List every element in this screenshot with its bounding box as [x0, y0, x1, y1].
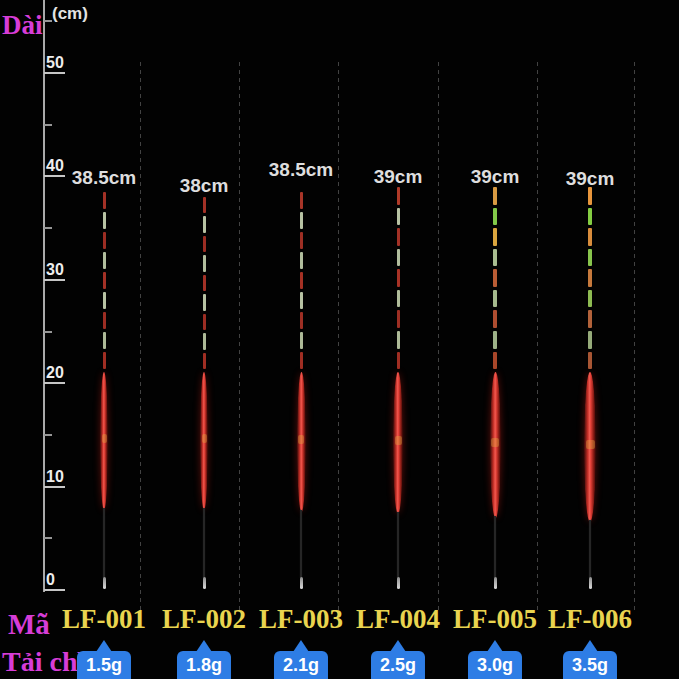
weight-bubble: 3.0g	[468, 640, 522, 679]
float-keel-stem	[203, 508, 205, 578]
antenna-segment	[493, 208, 497, 226]
float-keel-stem	[103, 508, 105, 578]
ruler-tick-label: 20	[46, 364, 64, 381]
float-keel-tip	[103, 577, 106, 589]
ruler-tick	[44, 72, 65, 74]
ruler-tick	[44, 279, 65, 281]
float-keel-tip	[397, 577, 400, 589]
antenna-segment	[203, 275, 206, 291]
float-keel-tip	[300, 577, 303, 589]
ruler-tick	[44, 175, 65, 177]
dashed-separator-line	[338, 62, 339, 610]
antenna-segment	[493, 352, 497, 370]
antenna-segment	[493, 331, 497, 349]
product-code-label: LF-005	[453, 604, 537, 635]
antenna-segment	[103, 252, 106, 269]
antenna-segment	[588, 290, 592, 308]
antenna-segment	[588, 310, 592, 328]
antenna-segment	[203, 216, 206, 232]
antenna-segment	[203, 333, 206, 349]
antenna-segment	[203, 197, 206, 213]
antenna-segment	[397, 310, 400, 328]
dashed-separator-line	[140, 62, 141, 610]
axis-side-label: Dài	[2, 10, 43, 41]
ruler-tick	[44, 434, 52, 436]
float-antenna	[397, 187, 400, 372]
weight-bubble: 3.5g	[563, 640, 617, 679]
dashed-separator-line	[438, 62, 439, 610]
ruler-tick-label: 10	[46, 468, 64, 485]
antenna-segment	[588, 208, 592, 226]
antenna-segment	[300, 332, 303, 349]
ruler-tick	[44, 227, 52, 229]
weight-bubble-value: 2.1g	[274, 651, 328, 679]
antenna-segment	[588, 352, 592, 370]
antenna-segment	[300, 252, 303, 269]
float-keel-stem	[397, 512, 399, 578]
float-length-label: 38.5cm	[72, 167, 136, 189]
antenna-segment	[588, 228, 592, 246]
antenna-segment	[300, 272, 303, 289]
antenna-segment	[103, 212, 106, 229]
product-measurement-canvas: Dài (cm) 50403020100 38.5cm38cm38.5cm39c…	[0, 0, 679, 679]
antenna-segment	[203, 236, 206, 252]
weight-bubble-value: 1.8g	[177, 651, 231, 679]
float-antenna	[588, 187, 592, 372]
antenna-segment	[300, 352, 303, 369]
product-code-label: LF-001	[62, 604, 146, 635]
product-code-label: LF-004	[356, 604, 440, 635]
antenna-segment	[397, 331, 400, 349]
antenna-segment	[397, 228, 400, 246]
antenna-segment	[103, 192, 106, 209]
antenna-segment	[300, 312, 303, 329]
ruler-tick	[44, 331, 52, 333]
antenna-segment	[588, 269, 592, 287]
antenna-segment	[588, 249, 592, 267]
float-keel-stem	[300, 510, 302, 578]
antenna-segment	[300, 192, 303, 209]
ruler-axis-line	[43, 0, 45, 592]
weight-row-label: Tải chì	[2, 646, 85, 678]
antenna-segment	[588, 187, 592, 205]
weight-bubble-value: 2.5g	[371, 651, 425, 679]
antenna-segment	[493, 249, 497, 267]
weight-bubble: 2.5g	[371, 640, 425, 679]
float-antenna	[300, 192, 303, 372]
float-antenna	[493, 187, 497, 372]
ruler-tick	[44, 486, 65, 488]
float-keel-tip	[203, 577, 206, 589]
antenna-segment	[300, 292, 303, 309]
antenna-segment	[397, 208, 400, 226]
float-antenna	[203, 197, 206, 372]
float-body-gold-mark	[298, 435, 304, 444]
float-body-gold-mark	[202, 434, 207, 443]
float-keel-stem	[494, 516, 496, 578]
product-code-label: LF-006	[548, 604, 632, 635]
ruler-tick-label: 30	[46, 261, 64, 278]
ruler-tick	[44, 124, 52, 126]
antenna-segment	[103, 332, 106, 349]
antenna-segment	[493, 228, 497, 246]
antenna-segment	[203, 314, 206, 330]
product-code-label: LF-003	[259, 604, 343, 635]
ruler-tick	[44, 20, 52, 22]
code-row-label: Mã	[8, 608, 50, 641]
antenna-segment	[203, 255, 206, 271]
weight-bubble: 1.8g	[177, 640, 231, 679]
ruler-tick	[44, 382, 65, 384]
float-body-gold-mark	[102, 434, 107, 443]
float-body-gold-mark	[586, 440, 595, 449]
ruler-tick-label: 40	[46, 157, 64, 174]
antenna-segment	[397, 269, 400, 287]
antenna-segment	[493, 310, 497, 328]
antenna-segment	[397, 187, 400, 205]
weight-bubble-value: 3.0g	[468, 651, 522, 679]
float-keel-tip	[589, 577, 592, 589]
float-length-label: 38cm	[180, 175, 229, 197]
antenna-segment	[493, 187, 497, 205]
ruler-tick	[44, 537, 52, 539]
float-keel-tip	[494, 577, 497, 589]
ruler-tick	[44, 589, 65, 591]
antenna-segment	[203, 353, 206, 369]
weight-bubble-value: 1.5g	[77, 651, 131, 679]
